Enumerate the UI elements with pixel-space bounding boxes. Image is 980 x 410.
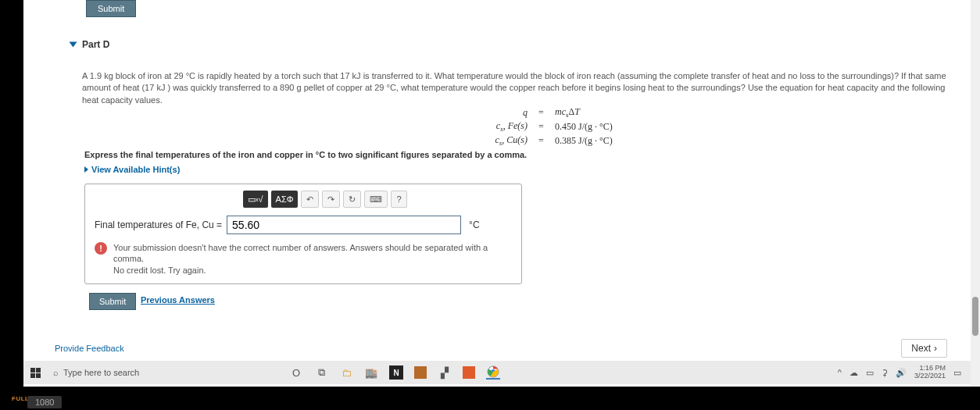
provide-feedback-link[interactable]: Provide Feedback (55, 344, 124, 353)
equation-toolbar: ▭x√ ΑΣΦ ↶ ↷ ↻ ⌨ ? (243, 191, 512, 208)
windows-taskbar: ⌕ Type here to search O ⧉ 🗀 🏬 N ▞ ^ ☁ ▭ … (23, 361, 971, 384)
page-scrollbar[interactable] (971, 0, 980, 387)
error-message: ! Your submission doesn't have the corre… (95, 242, 512, 276)
redo-button[interactable]: ↷ (322, 191, 340, 208)
system-tray: ^ ☁ ▭ ⚳ 🔊 1:16 PM 3/22/2021 ▭ (838, 365, 971, 380)
windows-icon (30, 368, 41, 378)
part-title: Part D (82, 39, 109, 50)
start-button[interactable] (23, 368, 47, 378)
next-label: Next (911, 343, 931, 354)
volume-icon[interactable]: 🔊 (896, 368, 907, 378)
template-button[interactable]: ▭x√ (243, 191, 268, 208)
clock-date: 3/22/2021 (914, 373, 946, 380)
resolution-badge: 1080 (27, 396, 62, 408)
problem-text: A 1.9 kg block of iron at 29 °C is rapid… (82, 70, 947, 106)
chrome-icon[interactable] (486, 365, 500, 380)
app-icon-2[interactable] (414, 366, 427, 379)
explorer-icon[interactable]: 🗀 (339, 365, 353, 380)
wifi-icon[interactable]: ⚳ (882, 368, 888, 378)
answer-input[interactable] (227, 216, 461, 234)
help-button[interactable]: ? (391, 191, 406, 208)
battery-icon[interactable]: ▭ (866, 368, 874, 378)
notifications-icon[interactable]: ▭ (953, 368, 961, 378)
keyboard-button[interactable]: ⌨ (364, 191, 388, 208)
answer-unit: °C (469, 219, 479, 230)
onedrive-icon[interactable]: ☁ (849, 368, 858, 378)
answer-box: ▭x√ ΑΣΦ ↶ ↷ ↻ ⌨ ? Final temperatures of … (84, 184, 522, 284)
expand-icon (84, 166, 88, 173)
previous-answers-link[interactable]: Previous Answers (141, 295, 215, 305)
error-line1: Your submission doesn't have the correct… (113, 242, 512, 265)
taskbar-apps: O ⧉ 🗀 🏬 N ▞ (289, 365, 500, 380)
taskview-icon[interactable]: ⧉ (314, 365, 328, 380)
view-hints-link[interactable]: View Available Hint(s) (84, 165, 180, 174)
collapse-icon (70, 42, 77, 48)
search-placeholder: Type here to search (63, 368, 139, 377)
app-icon-3[interactable]: ▞ (438, 365, 452, 380)
reset-button[interactable]: ↻ (343, 191, 361, 208)
submit-button-top[interactable]: Submit (86, 0, 136, 17)
store-icon[interactable]: 🏬 (364, 365, 378, 380)
part-header[interactable]: Part D (70, 39, 109, 50)
submit-button[interactable]: Submit (89, 293, 136, 310)
instruction-text: Express the final temperatures of the ir… (84, 150, 527, 159)
search-icon: ⌕ (53, 368, 59, 377)
app-icon-4[interactable] (463, 366, 475, 379)
next-button[interactable]: Next › (901, 339, 947, 358)
error-line2: No credit lost. Try again. (113, 265, 512, 276)
app-icon-n[interactable]: N (389, 365, 403, 380)
symbols-button[interactable]: ΑΣΦ (271, 191, 299, 208)
chevron-right-icon: › (934, 343, 937, 354)
undo-button[interactable]: ↶ (301, 191, 319, 208)
cortana-icon[interactable]: O (289, 365, 303, 380)
tray-chevron-icon[interactable]: ^ (838, 368, 842, 377)
hints-label: View Available Hint(s) (91, 165, 180, 174)
taskbar-clock[interactable]: 1:16 PM 3/22/2021 (914, 365, 946, 380)
taskbar-search[interactable]: ⌕ Type here to search (47, 368, 266, 377)
error-icon: ! (95, 242, 107, 255)
equation-block: q=mcsΔT cs, Fe(s)=0.450 J/(g · °C) cs, C… (485, 105, 613, 148)
answer-label: Final temperatures of Fe, Cu = (95, 219, 222, 230)
scrollbar-thumb[interactable] (972, 297, 978, 336)
